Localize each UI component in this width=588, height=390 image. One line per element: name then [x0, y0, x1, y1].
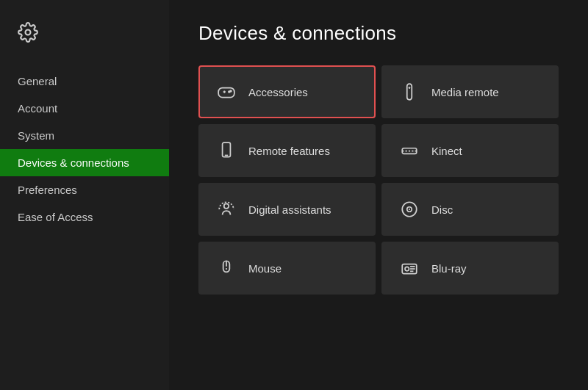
bluray-icon	[399, 258, 420, 278]
accessories-label: Accessories	[248, 86, 308, 98]
svg-point-13	[409, 209, 410, 210]
digital-assistants-label: Digital assistants	[248, 203, 331, 216]
grid-item-media-remote[interactable]: Media remote	[381, 65, 559, 118]
grid-item-digital-assistants[interactable]: Digital assistants	[198, 183, 376, 236]
grid-item-accessories[interactable]: Accessories	[198, 65, 376, 118]
remote-features-label: Remote features	[248, 145, 330, 157]
svg-point-0	[26, 30, 31, 35]
gamepad-icon	[216, 82, 237, 102]
media-remote-label: Media remote	[431, 86, 499, 98]
gear-icon	[18, 22, 38, 43]
page-title: Devices & connections	[198, 22, 559, 45]
grid-item-disc[interactable]: Disc	[381, 183, 559, 236]
sidebar: General Account System Devices & connect…	[0, 0, 169, 390]
grid-item-remote-features[interactable]: Remote features	[198, 124, 376, 177]
phone-icon	[216, 140, 237, 161]
svg-point-18	[405, 267, 409, 270]
svg-rect-1	[218, 88, 234, 98]
assistant-icon	[216, 199, 237, 220]
sidebar-item-preferences[interactable]: Preferences	[0, 176, 169, 203]
settings-gear	[0, 15, 169, 68]
disc-label: Disc	[431, 203, 453, 216]
sidebar-item-general[interactable]: General	[0, 68, 169, 95]
sidebar-item-devices[interactable]: Devices & connections	[0, 149, 169, 176]
svg-point-3	[230, 90, 232, 92]
grid-item-blu-ray[interactable]: Blu-ray	[381, 242, 559, 295]
disc-icon	[399, 199, 420, 220]
remote-icon	[399, 82, 420, 102]
grid-item-mouse[interactable]: Mouse	[198, 242, 376, 295]
svg-rect-4	[407, 84, 412, 100]
kinect-label: Kinect	[431, 145, 462, 157]
sidebar-item-account[interactable]: Account	[0, 95, 169, 122]
mouse-label: Mouse	[248, 262, 282, 275]
devices-grid: Accessories Media remote Remote features	[198, 65, 559, 295]
grid-item-kinect[interactable]: Kinect	[381, 124, 559, 177]
mouse-icon	[216, 258, 237, 278]
svg-point-10	[224, 203, 229, 209]
sidebar-item-ease[interactable]: Ease of Access	[0, 203, 169, 231]
sidebar-nav: General Account System Devices & connect…	[0, 68, 169, 231]
main-content: Devices & connections Accessories	[169, 0, 588, 390]
blu-ray-label: Blu-ray	[431, 262, 467, 275]
sidebar-item-system[interactable]: System	[0, 122, 169, 149]
kinect-icon	[399, 140, 420, 161]
